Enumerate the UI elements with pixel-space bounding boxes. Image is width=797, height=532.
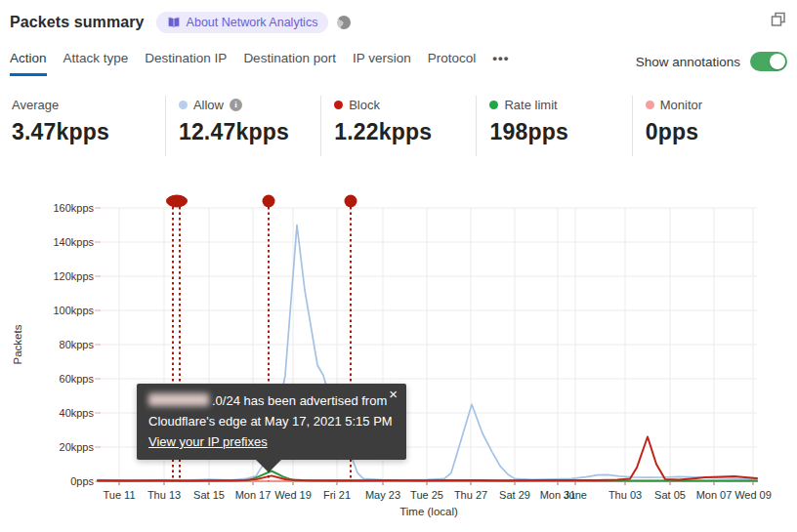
y-tick-label: 40kpps bbox=[60, 407, 95, 419]
x-tick-label: Sat 15 bbox=[193, 489, 225, 501]
monitor-legend-dot bbox=[646, 101, 654, 109]
annotation-marker[interactable] bbox=[263, 195, 275, 208]
allow-legend-dot bbox=[179, 101, 188, 109]
tooltip-caret bbox=[256, 460, 281, 472]
summary-stats: Average 3.47kpps Allow i 12.47kpps Block… bbox=[10, 96, 787, 156]
y-tick-label: 140kpps bbox=[53, 236, 94, 248]
popout-window-icon[interactable] bbox=[770, 11, 787, 28]
stat-value: 1.22kpps bbox=[334, 119, 476, 145]
about-network-analytics-badge[interactable]: About Network Analytics bbox=[156, 12, 329, 33]
stat-value: 12.47kpps bbox=[179, 119, 320, 145]
x-axis-title: Time (local) bbox=[399, 506, 458, 517]
tab-destination-ip[interactable]: Destination IP bbox=[145, 51, 227, 73]
annotation-tooltip: × .0/24 has been advertised from Cloudfl… bbox=[137, 384, 406, 460]
stat-label: Average bbox=[12, 98, 59, 112]
show-annotations-control: Show annotations bbox=[636, 52, 787, 71]
y-tick-label: 20kpps bbox=[60, 441, 95, 453]
y-tick-label: 60kpps bbox=[60, 373, 95, 385]
tab-protocol[interactable]: Protocol bbox=[428, 51, 477, 73]
tab-action[interactable]: Action bbox=[10, 51, 47, 76]
show-annotations-toggle[interactable] bbox=[750, 52, 787, 71]
show-annotations-label: Show annotations bbox=[636, 55, 740, 69]
stat-value: 198pps bbox=[489, 119, 631, 145]
stat-label: Block bbox=[349, 98, 380, 112]
x-tick-label: June bbox=[564, 489, 587, 501]
y-axis-title: Packets bbox=[12, 324, 23, 364]
stat-value: 0pps bbox=[646, 119, 787, 145]
info-icon[interactable]: i bbox=[230, 99, 242, 111]
block-legend-dot bbox=[334, 101, 343, 109]
packets-time-series-chart[interactable]: 0pps20kpps40kpps60kpps80kpps100kpps120kp… bbox=[0, 185, 797, 532]
tooltip-line2: Cloudflare's edge at May 17, 2021 5:15 P… bbox=[148, 411, 395, 431]
x-tick-label: Thu 13 bbox=[147, 489, 181, 501]
x-tick-label: Wed 09 bbox=[734, 489, 772, 501]
stat-label: Rate limit bbox=[504, 98, 557, 112]
x-tick-label: May 23 bbox=[365, 489, 400, 501]
tooltip-line1: .0/24 has been advertised from bbox=[148, 390, 395, 411]
x-tick-label: Sat 29 bbox=[499, 489, 530, 501]
x-tick-label: Wed 19 bbox=[274, 489, 312, 501]
stat-average: Average 3.47kpps bbox=[10, 96, 165, 156]
book-icon bbox=[167, 17, 181, 28]
usage-pie-icon[interactable] bbox=[337, 16, 351, 29]
y-tick-label: 0pps bbox=[70, 475, 94, 487]
y-tick-label: 100kpps bbox=[53, 305, 94, 316]
x-tick-label: Sat 05 bbox=[654, 489, 686, 501]
tab-attack-type[interactable]: Attack type bbox=[63, 51, 129, 73]
annotation-marker[interactable] bbox=[345, 195, 357, 208]
view-ip-prefixes-link[interactable]: View your IP prefixes bbox=[148, 434, 268, 449]
annotation-marker-double[interactable] bbox=[166, 195, 188, 208]
header: Packets summary About Network Analytics bbox=[10, 10, 787, 35]
x-tick-label: Fri 21 bbox=[323, 489, 351, 501]
redacted-ip-prefix bbox=[148, 393, 209, 406]
network-analytics-panel: Packets summary About Network Analytics … bbox=[0, 0, 797, 532]
rate-limit-legend-dot bbox=[489, 101, 498, 109]
toggle-knob bbox=[770, 54, 785, 69]
stat-rate-limit: Rate limit 198pps bbox=[476, 96, 631, 156]
badge-label: About Network Analytics bbox=[187, 16, 318, 29]
y-tick-label: 80kpps bbox=[60, 339, 95, 350]
x-tick-label: Tue 11 bbox=[103, 489, 135, 501]
page-title: Packets summary bbox=[10, 14, 145, 31]
stat-label: Monitor bbox=[660, 98, 702, 112]
tab-destination-port[interactable]: Destination port bbox=[243, 51, 336, 73]
x-tick-label: Mon 17 bbox=[235, 489, 272, 501]
x-tick-label: Thu 03 bbox=[608, 489, 642, 501]
y-tick-label: 120kpps bbox=[53, 270, 94, 282]
stat-monitor: Monitor 0pps bbox=[632, 96, 787, 156]
x-tick-label: Tue 25 bbox=[410, 489, 443, 501]
stat-block: Block 1.22kpps bbox=[320, 96, 476, 156]
stat-label: Allow bbox=[193, 98, 224, 112]
x-tick-label: Mon 07 bbox=[696, 489, 733, 501]
y-tick-label: 160kpps bbox=[53, 202, 94, 214]
x-tick-label: Thu 27 bbox=[454, 489, 487, 501]
close-icon[interactable]: × bbox=[389, 387, 398, 402]
stat-allow: Allow i 12.47kpps bbox=[165, 96, 320, 156]
stat-value: 3.47kpps bbox=[12, 119, 165, 145]
tab-more-ellipsis[interactable]: ••• bbox=[492, 51, 509, 73]
tab-ip-version[interactable]: IP version bbox=[353, 51, 411, 73]
